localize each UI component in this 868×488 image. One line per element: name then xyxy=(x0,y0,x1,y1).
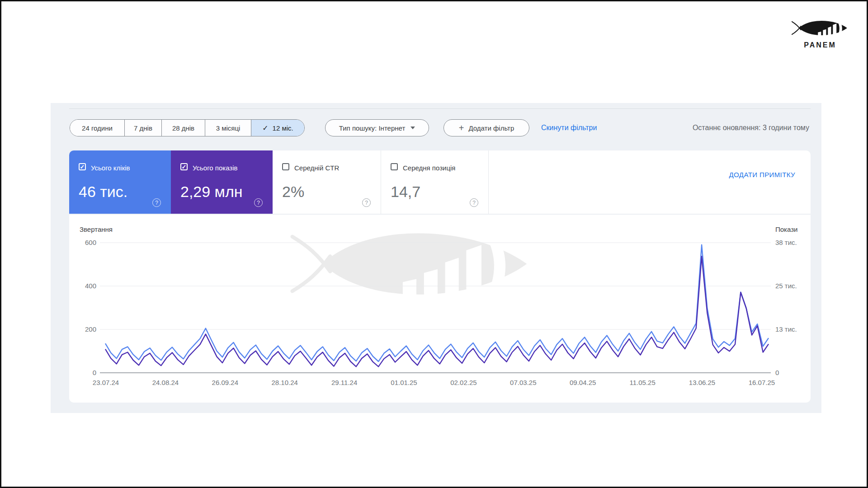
plus-icon: + xyxy=(459,123,464,132)
x-axis-tick: 29.11.24 xyxy=(322,379,367,386)
range-7d-label: 7 днів xyxy=(134,124,152,132)
right-axis-tick: 38 тис. xyxy=(775,239,807,246)
position-label: Середня позиція xyxy=(403,164,455,172)
clicks-label: Усього кліків xyxy=(91,164,130,172)
metric-card-impressions[interactable]: ✓ Усього показів 2,29 млн ? xyxy=(171,150,273,214)
position-checkbox[interactable] xyxy=(391,163,398,170)
x-axis-tick: 24.08.24 xyxy=(143,379,188,386)
impressions-checkbox[interactable]: ✓ xyxy=(180,163,188,170)
range-28d-button[interactable]: 28 днів xyxy=(162,120,205,136)
range-3m-label: 3 місяці xyxy=(216,124,241,132)
ctr-label: Середній CTR xyxy=(294,164,339,172)
ctr-checkbox[interactable] xyxy=(282,163,289,170)
position-value: 14,7 xyxy=(391,183,420,200)
search-type-label: Тип пошуку: Інтернет xyxy=(339,124,406,132)
impressions-line xyxy=(105,256,769,366)
help-icon[interactable]: ? xyxy=(254,198,263,207)
reset-filters-link[interactable]: Скинути фільтри xyxy=(541,119,597,136)
range-7d-button[interactable]: 7 днів xyxy=(125,120,162,136)
metric-row-separator xyxy=(69,214,811,215)
performance-chart xyxy=(69,223,811,399)
range-12m-button[interactable]: ✓ 12 міс. xyxy=(251,120,304,136)
x-axis-tick: 23.07.24 xyxy=(83,379,128,386)
left-axis-tick: 200 xyxy=(73,325,96,333)
x-axis-tick: 09.04.25 xyxy=(560,379,605,386)
range-3m-button[interactable]: 3 місяці xyxy=(205,120,251,136)
x-axis-tick: 11.05.25 xyxy=(620,379,665,386)
add-annotation-link[interactable]: ДОДАТИ ПРИМІТКУ xyxy=(729,171,795,178)
right-axis-tick: 13 тис. xyxy=(775,325,807,333)
help-icon[interactable]: ? xyxy=(470,198,478,207)
right-axis-tick: 0 xyxy=(775,369,807,376)
left-axis-tick: 0 xyxy=(73,369,96,376)
impressions-value: 2,29 млн xyxy=(180,183,243,200)
help-icon[interactable]: ? xyxy=(362,198,371,207)
search-type-dropdown[interactable]: Тип пошуку: Інтернет xyxy=(325,119,429,136)
ctr-value: 2% xyxy=(282,183,304,200)
date-range-segmented-control: 24 години 7 днів 28 днів 3 місяці ✓ 12 м… xyxy=(70,119,305,136)
x-axis-tick: 26.09.24 xyxy=(203,379,248,386)
x-axis-tick: 01.01.25 xyxy=(382,379,427,386)
x-axis-tick: 02.02.25 xyxy=(441,379,486,386)
fish-logo-icon xyxy=(792,18,849,38)
brand-name: PANEM xyxy=(792,41,849,49)
last-update-text: Останнє оновлення: 3 години тому xyxy=(693,119,809,136)
range-28d-label: 28 днів xyxy=(172,124,194,132)
chevron-down-icon xyxy=(410,127,415,129)
clicks-value: 46 тис. xyxy=(79,183,127,200)
add-filter-label: Додати фільтр xyxy=(468,124,514,132)
impressions-label: Усього показів xyxy=(193,164,238,172)
x-axis-tick: 07.03.25 xyxy=(500,379,546,386)
left-axis-tick: 600 xyxy=(73,239,96,246)
metric-card-clicks[interactable]: ✓ Усього кліків 46 тис. ? xyxy=(69,150,171,214)
x-axis-tick: 28.10.24 xyxy=(262,379,307,386)
left-axis-tick: 400 xyxy=(73,282,96,290)
add-filter-button[interactable]: + Додати фільтр xyxy=(443,119,529,136)
brand-logo: PANEM xyxy=(792,18,849,49)
right-axis-tick: 25 тис. xyxy=(775,282,807,290)
app-root: PANEM 24 години 7 днів 28 днів 3 місяці … xyxy=(0,0,868,488)
clicks-line xyxy=(105,245,769,361)
range-24h-label: 24 години xyxy=(82,124,113,132)
metric-card-ctr[interactable]: Середній CTR 2% ? xyxy=(273,150,381,214)
performance-card: ✓ Усього кліків 46 тис. ? ✓ Усього показ… xyxy=(69,150,811,403)
x-axis-tick: 13.06.25 xyxy=(679,379,725,386)
range-12m-label: 12 міс. xyxy=(273,124,293,132)
metric-card-position[interactable]: Середня позиція 14,7 ? xyxy=(381,150,489,214)
help-icon[interactable]: ? xyxy=(152,198,161,207)
panel-divider xyxy=(69,108,811,109)
range-24h-button[interactable]: 24 години xyxy=(70,120,125,136)
clicks-checkbox[interactable]: ✓ xyxy=(79,163,86,170)
x-axis-tick: 16.07.25 xyxy=(739,379,784,386)
check-icon: ✓ xyxy=(262,124,268,132)
